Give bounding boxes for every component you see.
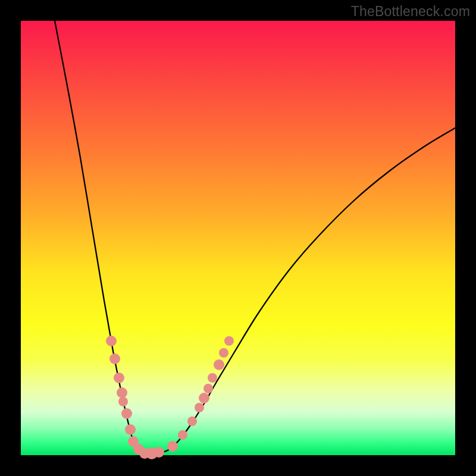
- data-dot: [214, 359, 224, 370]
- data-dot: [118, 397, 128, 406]
- data-dot: [121, 408, 132, 419]
- data-dot: [106, 336, 117, 346]
- data-dot: [219, 348, 228, 358]
- watermark-text: TheBottleneck.com: [351, 4, 470, 20]
- bottleneck-right-curve: [147, 128, 455, 454]
- chart-frame: TheBottleneck.com: [0, 0, 476, 476]
- data-dot: [167, 441, 178, 452]
- data-dots: [106, 336, 234, 459]
- data-dot: [208, 373, 217, 383]
- data-dot: [125, 424, 136, 435]
- data-dot: [114, 372, 124, 383]
- data-dot: [117, 387, 127, 398]
- data-dot: [224, 336, 234, 346]
- data-dot: [187, 416, 197, 426]
- chart-svg: [21, 21, 455, 455]
- chart-plot-area: [21, 21, 455, 455]
- data-dot: [154, 447, 164, 458]
- data-dot: [178, 430, 187, 440]
- bottleneck-left-curve: [55, 21, 147, 454]
- data-dot: [109, 353, 120, 364]
- data-dot: [195, 403, 204, 412]
- data-dot: [203, 384, 213, 393]
- data-dot: [199, 393, 209, 403]
